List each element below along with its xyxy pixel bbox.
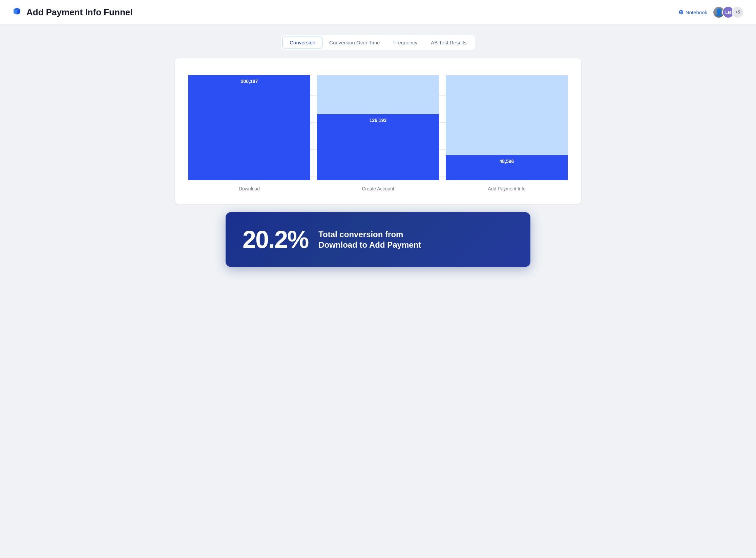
conversion-summary-card: 20.2% Total conversion fromDownload to A… (226, 212, 530, 267)
bar-container-add-payment: 48,596 (446, 75, 568, 180)
conversion-description: Total conversion fromDownload to Add Pay… (318, 229, 421, 250)
tabs-bar: Conversion Conversion Over Time Frequenc… (281, 35, 475, 50)
tab-ab-test[interactable]: AB Test Results (424, 37, 474, 48)
avatar-lb-initials: LB (725, 10, 731, 15)
bar-value-create-account: 126,193 (370, 118, 387, 123)
bar-xlabel-create-account: Create Account (362, 184, 394, 194)
bar-wrapper-download: 200,187 (188, 75, 310, 180)
bar-fill-download: 200,187 (188, 75, 310, 180)
page-title: Add Payment Info Funnel (26, 7, 132, 18)
tab-frequency[interactable]: Frequency (386, 37, 424, 48)
avatar-group: 👤 LB +5 (713, 6, 744, 18)
bar-value-add-payment: 48,596 (500, 159, 514, 164)
plus-icon: ⊕ (678, 8, 684, 16)
avatar-extra-count: +5 (735, 10, 740, 15)
bar-value-download: 200,187 (241, 79, 258, 84)
bar-wrapper-add-payment: 48,596 (446, 75, 568, 180)
bar-group-create-account: 126,193 Create Account (317, 75, 439, 194)
tab-conversion[interactable]: Conversion (282, 37, 322, 48)
bar-container-download: 200,187 (188, 75, 310, 180)
bar-container-create-account: 126,193 (317, 75, 439, 180)
bar-unfilled-add-payment (446, 75, 568, 155)
header-left: Add Payment Info Funnel (12, 6, 132, 18)
chart-card: 200,187 Download 126,193 Create Acco (175, 58, 581, 204)
header: Add Payment Info Funnel ⊕ Notebook 👤 LB … (0, 0, 756, 25)
header-right: ⊕ Notebook 👤 LB +5 (678, 6, 744, 18)
bar-group-add-payment: 48,596 Add Payment Info (446, 75, 568, 194)
notebook-label: Notebook (686, 9, 707, 15)
bar-wrapper-create-account: 126,193 (317, 75, 439, 180)
logo-icon (12, 6, 22, 18)
bar-xlabel-download: Download (239, 184, 260, 194)
avatar-extra: +5 (732, 6, 744, 18)
main-content: Conversion Conversion Over Time Frequenc… (0, 25, 756, 277)
bar-fill-create-account: 126,193 (317, 114, 439, 180)
bar-group-download: 200,187 Download (188, 75, 310, 194)
bar-unfilled-create-account (317, 75, 439, 114)
bar-xlabel-add-payment: Add Payment Info (488, 184, 525, 194)
conversion-percent: 20.2% (243, 226, 308, 253)
notebook-button[interactable]: ⊕ Notebook (678, 8, 707, 16)
person-icon: 👤 (715, 8, 723, 16)
chart-area: 200,187 Download 126,193 Create Acco (188, 68, 568, 194)
bar-fill-add-payment: 48,596 (446, 155, 568, 180)
tab-conversion-over-time[interactable]: Conversion Over Time (322, 37, 386, 48)
